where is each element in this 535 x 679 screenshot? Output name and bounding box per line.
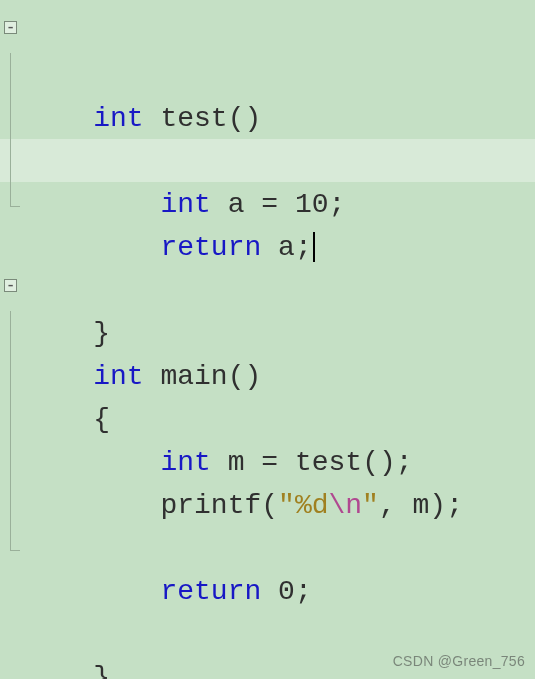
code-line-active[interactable]: return a; [0,139,535,182]
fold-guide [10,440,11,483]
code-line[interactable]: { [0,311,535,354]
fold-guide [10,182,11,207]
code-line-blank[interactable] [0,440,535,483]
fold-guide [10,53,11,96]
code-line[interactable]: printf("%d\n", m); [0,397,535,440]
fold-guide [10,311,11,354]
fold-toggle-icon[interactable]: - [4,21,17,34]
code-line[interactable]: } [0,182,535,225]
code-line[interactable]: - int main() [0,268,535,311]
fold-guide [10,483,11,526]
code-line[interactable]: - int test() [0,10,535,53]
fold-guide [10,139,11,182]
fold-guide [10,96,11,139]
fold-guide [10,354,11,397]
space [261,576,278,607]
code-line[interactable]: return 0; [0,483,535,526]
keyword-return: return [160,576,261,607]
code-line-blank[interactable] [0,225,535,268]
code-editor[interactable]: - int test() { int a = 10; return a; } -… [0,0,535,569]
indent [93,576,160,607]
watermark-text: CSDN @Green_756 [393,651,525,673]
fold-guide [10,526,11,551]
brace-close: } [93,662,110,679]
semicolon: ; [295,576,312,607]
fold-end-icon [10,206,20,207]
code-line[interactable]: int a = 10; [0,96,535,139]
fold-toggle-icon[interactable]: - [4,279,17,292]
code-line[interactable]: } [0,526,535,569]
fold-end-icon [10,550,20,551]
number-literal: 0 [278,576,295,607]
code-line[interactable]: { [0,53,535,96]
fold-guide [10,397,11,440]
code-line[interactable]: int m = test(); [0,354,535,397]
